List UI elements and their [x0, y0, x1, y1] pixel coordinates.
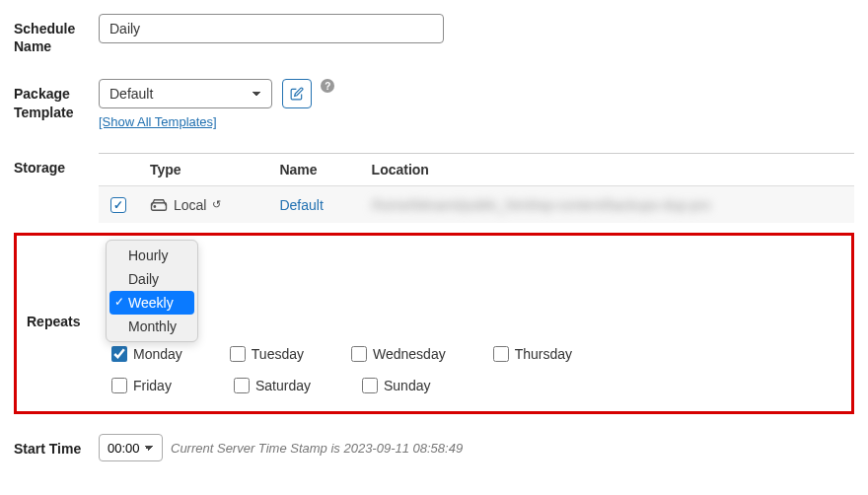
svg-point-1 [154, 206, 156, 208]
start-time-select[interactable]: 00:00 [99, 434, 163, 461]
day-wednesday[interactable]: Wednesday [351, 346, 446, 362]
sync-icon: ↺ [212, 198, 221, 211]
edit-template-button[interactable] [282, 79, 312, 108]
edit-icon [290, 87, 304, 101]
day-thursday-checkbox[interactable] [493, 346, 509, 362]
repeats-option-daily[interactable]: Daily [107, 267, 197, 291]
storage-type-text: Local [174, 197, 206, 213]
day-tuesday[interactable]: Tuesday [230, 346, 304, 362]
repeats-highlight-box: Repeats Weekly Monday Tuesday Wednesday … [14, 233, 854, 414]
day-sunday-checkbox[interactable] [362, 378, 378, 393]
day-saturday[interactable]: Saturday [234, 378, 315, 393]
day-sunday[interactable]: Sunday [362, 378, 430, 393]
repeats-option-monthly[interactable]: Monthly [107, 315, 197, 338]
repeats-dropdown[interactable]: Hourly Daily Weekly Monthly [106, 240, 198, 342]
storage-col-name: Name [267, 154, 359, 186]
day-monday-checkbox[interactable] [111, 346, 127, 362]
hdd-icon [150, 198, 168, 212]
day-friday-checkbox[interactable] [111, 378, 127, 393]
storage-row-checkbox[interactable] [110, 197, 126, 213]
repeats-option-hourly[interactable]: Hourly [107, 244, 197, 267]
day-saturday-checkbox[interactable] [234, 378, 250, 393]
package-template-label: Package Template [14, 79, 99, 120]
storage-row: Local↺ Default /home/bitnami/public_html… [99, 186, 854, 224]
schedule-name-label: Schedule Name [14, 14, 99, 55]
storage-location-text: /home/bitnami/public_html/wp-content/bac… [372, 197, 711, 213]
storage-table: Type Name Location Local↺ Default /home/ [99, 153, 854, 223]
storage-label: Storage [14, 153, 99, 177]
day-friday[interactable]: Friday [111, 378, 186, 393]
schedule-name-input[interactable] [99, 14, 444, 43]
day-thursday[interactable]: Thursday [493, 346, 572, 362]
day-wednesday-checkbox[interactable] [351, 346, 367, 362]
repeats-option-weekly[interactable]: Weekly [109, 291, 194, 315]
server-time-note: Current Server Time Stamp is 2023-09-11 … [171, 441, 463, 456]
show-all-templates-link[interactable]: [Show All Templates] [99, 114, 217, 129]
storage-col-type: Type [138, 154, 267, 186]
start-time-label: Start Time [14, 434, 99, 458]
repeats-label: Repeats [27, 251, 102, 330]
help-icon[interactable]: ? [321, 79, 334, 93]
storage-name-link[interactable]: Default [279, 197, 323, 213]
day-tuesday-checkbox[interactable] [230, 346, 246, 362]
storage-col-location: Location [360, 154, 854, 186]
day-monday[interactable]: Monday [111, 346, 182, 362]
package-template-select[interactable]: Default [99, 79, 272, 108]
